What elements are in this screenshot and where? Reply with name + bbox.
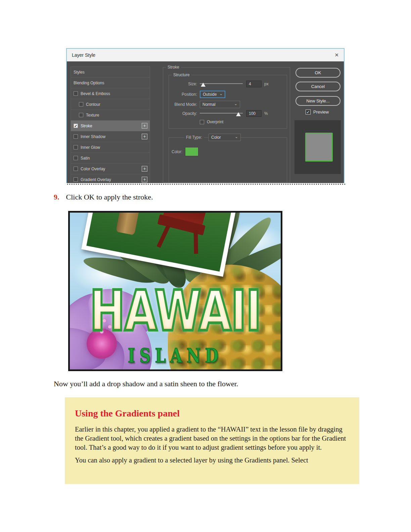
opacity-row: Opacity: 100 %: [169, 110, 287, 117]
sidebar-item-contour[interactable]: Contour: [71, 99, 150, 110]
hawaii-poster-image: HAWAII ISLAND PARADISE: [68, 211, 282, 371]
close-icon[interactable]: ✕: [334, 52, 339, 58]
item-label: Color Overlay: [81, 167, 105, 171]
item-label: Styles: [74, 70, 85, 75]
fill-type-group: Fill Type: Color ⌄ Color:: [169, 137, 287, 183]
chevron-down-icon: ⌄: [235, 134, 238, 139]
blend-mode-label: Blend Mode:: [169, 102, 197, 107]
checkbox-checked[interactable]: ✓: [74, 124, 78, 128]
structure-group: Structure Size: 4 px Position: Out: [169, 75, 287, 129]
fill-type-label: Fill Type:: [184, 135, 204, 140]
plus-icon[interactable]: +: [142, 123, 147, 129]
checkbox-unchecked[interactable]: [79, 102, 83, 106]
item-label: Contour: [86, 102, 100, 107]
item-label: Gradient Overlay: [81, 177, 111, 182]
size-input[interactable]: 4: [246, 81, 262, 87]
slider-track: [200, 83, 243, 84]
stroke-settings-group: Stroke Structure Size: 4 px Position:: [163, 67, 290, 183]
ok-button[interactable]: OK: [295, 68, 340, 78]
checkbox-unchecked[interactable]: [74, 177, 78, 182]
plus-icon[interactable]: +: [142, 177, 147, 182]
overprint-row: Overprint: [200, 120, 287, 124]
item-label: Satin: [81, 156, 90, 161]
sidebar-item-stroke[interactable]: ✓ Stroke +: [71, 121, 150, 131]
structure-group-label: Structure: [172, 73, 191, 77]
overprint-checkbox[interactable]: [200, 120, 204, 124]
position-value: Outside: [203, 92, 217, 97]
gradients-panel-note: Using the Gradients panel Earlier in thi…: [65, 397, 359, 484]
step-number: 9.: [54, 193, 59, 201]
item-label: Blending Options: [74, 81, 104, 85]
size-slider[interactable]: [200, 82, 243, 87]
book-page: Layer Style ✕ Styles Blending Options Be…: [0, 0, 411, 532]
item-label: Stroke: [81, 124, 92, 128]
lawn-chair-leg: [157, 225, 170, 248]
position-row: Position: Outside ⌄: [169, 91, 287, 98]
layer-style-dialog: Layer Style ✕ Styles Blending Options Be…: [66, 48, 345, 183]
styles-list: Styles Blending Options Bevel & Emboss C…: [71, 66, 150, 183]
opacity-input[interactable]: 100: [246, 110, 262, 117]
opacity-unit: %: [264, 111, 268, 116]
note-paragraph: You can also apply a gradient to a selec…: [75, 456, 348, 465]
sidebar-item-satin[interactable]: Satin: [71, 153, 150, 164]
checkbox-unchecked[interactable]: [74, 156, 78, 160]
size-label: Size:: [169, 82, 197, 86]
sidebar-item-inner-glow[interactable]: Inner Glow: [71, 142, 150, 153]
style-preview-panel: [294, 120, 341, 174]
stroke-group-label: Stroke: [166, 65, 181, 70]
sidebar-item-texture[interactable]: Texture: [71, 110, 150, 121]
note-paragraph: Earlier in this chapter, you applied a g…: [75, 425, 348, 452]
stroke-color-swatch[interactable]: [185, 147, 198, 156]
dialog-body: Styles Blending Options Bevel & Emboss C…: [67, 61, 344, 183]
item-label: Inner Glow: [81, 145, 100, 150]
overprint-label: Overprint: [207, 120, 223, 124]
position-label: Position:: [169, 92, 197, 97]
slider-thumb[interactable]: [201, 83, 205, 87]
torn-edge-dots: [66, 183, 345, 185]
checkbox-unchecked[interactable]: [74, 91, 78, 96]
poster-title-hawaii: HAWAII: [70, 278, 281, 344]
plus-icon[interactable]: +: [142, 166, 147, 172]
color-row: Color:: [169, 147, 198, 156]
poster-subtitle-island-paradise: ISLAND PARADISE: [70, 344, 281, 371]
chevron-down-icon: ⌄: [219, 91, 223, 96]
size-unit: px: [264, 82, 269, 86]
sidebar-item-color-overlay[interactable]: Color Overlay +: [71, 164, 150, 174]
tree-stump: [116, 211, 140, 235]
step-text: Click OK to apply the stroke.: [66, 193, 153, 201]
position-dropdown[interactable]: Outside ⌄: [200, 91, 225, 98]
sidebar-item-gradient-overlay[interactable]: Gradient Overlay +: [71, 174, 150, 183]
cancel-button[interactable]: Cancel: [295, 82, 340, 91]
new-style-button[interactable]: New Style...: [295, 96, 340, 106]
sidebar-item-inner-shadow[interactable]: Inner Shadow +: [71, 131, 150, 142]
slider-thumb[interactable]: [236, 112, 241, 116]
item-label: Bevel & Emboss: [81, 91, 110, 96]
preview-checkbox-checked[interactable]: ✓: [306, 109, 311, 115]
checkbox-unchecked[interactable]: [74, 134, 78, 139]
sidebar-item-blending-options[interactable]: Blending Options: [71, 78, 150, 88]
blend-mode-dropdown[interactable]: Normal ⌄: [200, 101, 240, 108]
item-label: Texture: [86, 113, 99, 118]
lawn-chair-leg: [194, 230, 198, 254]
chevron-down-icon: ⌄: [234, 101, 237, 106]
body-paragraph: Now you’ll add a drop shadow and a satin…: [54, 380, 238, 388]
checkbox-unchecked[interactable]: [74, 167, 78, 171]
item-label: Inner Shadow: [81, 134, 105, 139]
sidebar-item-styles[interactable]: Styles: [71, 67, 150, 78]
opacity-slider[interactable]: [200, 111, 243, 116]
preview-label: Preview: [313, 109, 329, 115]
fill-type-dropdown[interactable]: Color ⌄: [209, 134, 241, 141]
color-label: Color:: [169, 149, 182, 154]
checkbox-unchecked[interactable]: [74, 145, 78, 149]
checkbox-unchecked[interactable]: [79, 113, 83, 117]
step-9: 9.Click OK to apply the stroke.: [54, 193, 153, 202]
opacity-label: Opacity:: [169, 111, 197, 116]
preview-option: ✓ Preview: [306, 109, 329, 115]
sidebar-item-bevel-emboss[interactable]: Bevel & Emboss: [71, 88, 150, 99]
plus-icon[interactable]: +: [142, 134, 147, 139]
stroke-preview-thumbnail: [305, 133, 333, 162]
size-row: Size: 4 px: [169, 81, 287, 87]
dialog-titlebar: Layer Style ✕: [67, 49, 344, 61]
note-heading: Using the Gradients panel: [75, 408, 348, 419]
dialog-title: Layer Style: [72, 52, 95, 58]
